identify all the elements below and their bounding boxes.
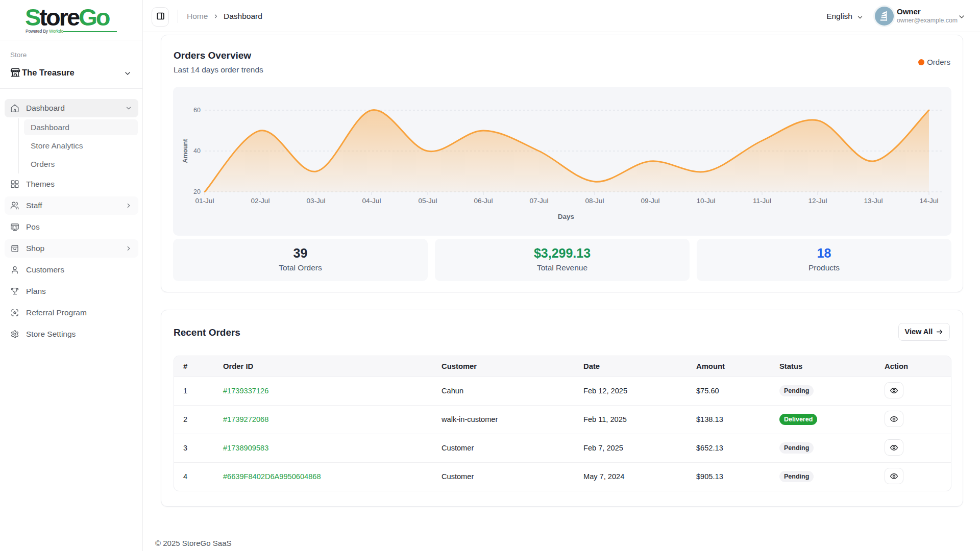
svg-text:10-Jul: 10-Jul <box>697 197 716 205</box>
svg-text:20: 20 <box>193 188 201 195</box>
svg-text:09-Jul: 09-Jul <box>641 197 660 205</box>
svg-text:02-Jul: 02-Jul <box>251 197 270 205</box>
svg-text:08-Jul: 08-Jul <box>585 197 604 205</box>
svg-text:60: 60 <box>193 107 201 114</box>
svg-text:Amount: Amount <box>182 139 189 163</box>
svg-text:11-Jul: 11-Jul <box>753 197 771 205</box>
svg-text:04-Jul: 04-Jul <box>362 197 381 205</box>
svg-text:Days: Days <box>558 213 574 220</box>
svg-text:07-Jul: 07-Jul <box>530 197 549 205</box>
svg-text:40: 40 <box>193 147 201 155</box>
svg-text:01-Jul: 01-Jul <box>195 197 214 205</box>
svg-text:03-Jul: 03-Jul <box>307 197 326 205</box>
svg-text:13-Jul: 13-Jul <box>864 197 883 205</box>
svg-text:05-Jul: 05-Jul <box>419 197 437 205</box>
svg-text:12-Jul: 12-Jul <box>808 197 827 205</box>
svg-text:06-Jul: 06-Jul <box>474 197 493 205</box>
svg-text:14-Jul: 14-Jul <box>920 197 939 205</box>
